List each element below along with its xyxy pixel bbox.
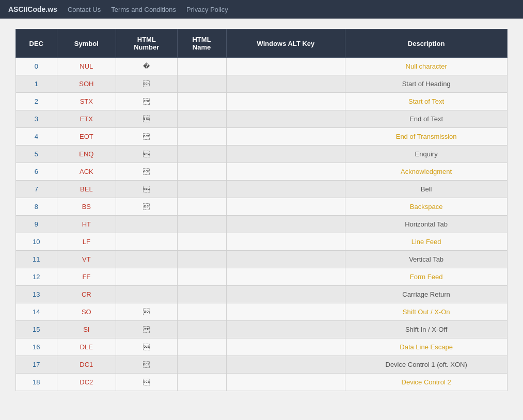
col-description: Description <box>345 29 508 58</box>
cell-desc: Carriage Return <box>345 286 508 303</box>
table-row: 14 SO  Shift Out / X-On <box>16 303 508 321</box>
cell-dec: 17 <box>16 356 57 374</box>
col-dec: DEC <box>16 29 57 58</box>
cell-desc: Shift In / X-Off <box>345 321 508 338</box>
cell-html-name <box>177 321 226 338</box>
cell-symbol: DC1 <box>57 356 116 374</box>
cell-dec: 16 <box>16 338 57 356</box>
cell-html-num:  <box>116 163 177 181</box>
cell-html-num:  <box>116 93 177 110</box>
table-wrapper: DEC Symbol HTMLNumber HTMLName Windows A… <box>0 19 523 401</box>
cell-desc: Acknowledgment <box>345 163 508 181</box>
cell-html-num:  <box>116 338 177 356</box>
table-row: 1 SOH  Start of Heading <box>16 75 508 93</box>
cell-desc: Data Line Escape <box>345 338 508 356</box>
table-row: 2 STX  Start of Text <box>16 93 508 110</box>
cell-html-num <box>116 233 177 251</box>
cell-html-name <box>177 268 226 286</box>
table-row: 5 ENQ  Enquiry <box>16 146 508 163</box>
cell-dec: 8 <box>16 198 57 216</box>
cell-html-num:  <box>116 198 177 216</box>
cell-dec: 15 <box>16 321 57 338</box>
cell-alt-key <box>226 163 345 181</box>
cell-symbol: BS <box>57 198 116 216</box>
col-html-name: HTMLName <box>177 29 226 58</box>
cell-html-name <box>177 356 226 374</box>
table-row: 9 HT Horizontal Tab <box>16 216 508 233</box>
cell-dec: 9 <box>16 216 57 233</box>
cell-html-name <box>177 303 226 321</box>
cell-symbol: SI <box>57 321 116 338</box>
table-row: 6 ACK  Acknowledgment <box>16 163 508 181</box>
cell-alt-key <box>226 303 345 321</box>
cell-desc: Start of Text <box>345 93 508 110</box>
cell-html-name <box>177 233 226 251</box>
cell-html-num:  <box>116 356 177 374</box>
table-row: 13 CR Carriage Return <box>16 286 508 303</box>
cell-symbol: VT <box>57 251 116 268</box>
cell-dec: 0 <box>16 58 57 75</box>
cell-symbol: BEL <box>57 181 116 198</box>
cell-alt-key <box>226 251 345 268</box>
cell-html-num <box>116 216 177 233</box>
cell-alt-key <box>226 58 345 75</box>
cell-desc: Vertical Tab <box>345 251 508 268</box>
cell-html-num: � <box>116 58 177 75</box>
cell-desc: Backspace <box>345 198 508 216</box>
cell-html-num:  <box>116 128 177 146</box>
cell-alt-key <box>226 286 345 303</box>
nav-privacy[interactable]: Privacy Policy <box>186 6 228 13</box>
cell-dec: 3 <box>16 110 57 128</box>
cell-alt-key <box>226 374 345 391</box>
cell-symbol: DLE <box>57 338 116 356</box>
cell-symbol: ENQ <box>57 146 116 163</box>
cell-dec: 11 <box>16 251 57 268</box>
col-html-number: HTMLNumber <box>116 29 177 58</box>
cell-alt-key <box>226 216 345 233</box>
cell-desc: Device Control 2 <box>345 374 508 391</box>
cell-symbol: ACK <box>57 163 116 181</box>
cell-html-num <box>116 268 177 286</box>
cell-alt-key <box>226 110 345 128</box>
cell-alt-key <box>226 181 345 198</box>
cell-dec: 18 <box>16 374 57 391</box>
cell-html-name <box>177 146 226 163</box>
cell-alt-key <box>226 338 345 356</box>
nav-terms[interactable]: Terms and Conditions <box>111 6 176 13</box>
site-title[interactable]: ASCIICode.ws <box>8 5 57 13</box>
table-row: 4 EOT  End of Transmission <box>16 128 508 146</box>
cell-dec: 1 <box>16 75 57 93</box>
table-row: 16 DLE  Data Line Escape <box>16 338 508 356</box>
cell-alt-key <box>226 128 345 146</box>
cell-symbol: ETX <box>57 110 116 128</box>
cell-html-num:  <box>116 303 177 321</box>
cell-html-name <box>177 181 226 198</box>
table-row: 15 SI  Shift In / X-Off <box>16 321 508 338</box>
cell-alt-key <box>226 356 345 374</box>
cell-desc: Start of Heading <box>345 75 508 93</box>
cell-symbol: FF <box>57 268 116 286</box>
cell-html-num:  <box>116 374 177 391</box>
cell-symbol: NUL <box>57 58 116 75</box>
col-symbol: Symbol <box>57 29 116 58</box>
cell-html-name <box>177 58 226 75</box>
cell-html-num:  <box>116 146 177 163</box>
cell-desc: Null character <box>345 58 508 75</box>
nav-contact[interactable]: Contact Us <box>68 6 101 13</box>
cell-alt-key <box>226 233 345 251</box>
cell-html-name <box>177 163 226 181</box>
cell-html-name <box>177 286 226 303</box>
cell-desc: Line Feed <box>345 233 508 251</box>
cell-symbol: STX <box>57 93 116 110</box>
cell-desc: Enquiry <box>345 146 508 163</box>
cell-desc: End of Text <box>345 110 508 128</box>
cell-html-name <box>177 198 226 216</box>
cell-html-name <box>177 128 226 146</box>
cell-alt-key <box>226 198 345 216</box>
cell-html-num:  <box>116 321 177 338</box>
cell-symbol: SOH <box>57 75 116 93</box>
cell-alt-key <box>226 75 345 93</box>
cell-html-num:  <box>116 75 177 93</box>
table-header-row: DEC Symbol HTMLNumber HTMLName Windows A… <box>16 29 508 58</box>
cell-dec: 4 <box>16 128 57 146</box>
